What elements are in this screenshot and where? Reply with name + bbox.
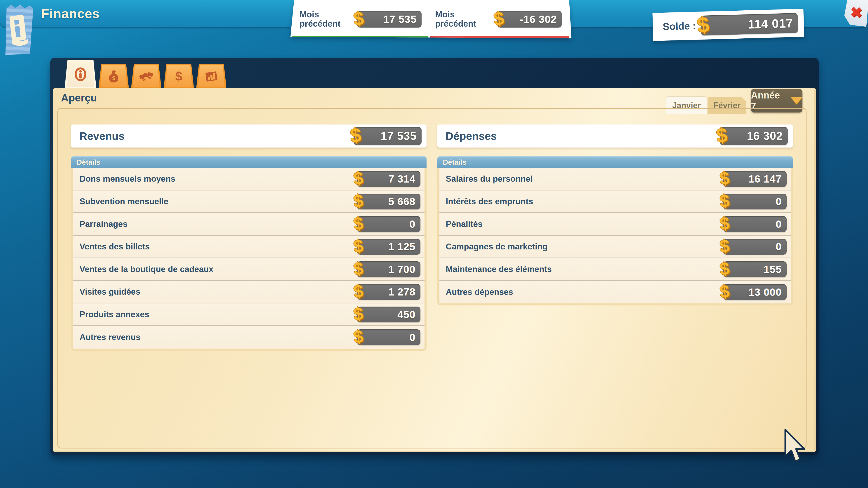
tab-overview[interactable] (65, 60, 96, 88)
summary-divider (429, 8, 429, 33)
row-value-pill: $5 668 (357, 194, 421, 209)
previous-month-income-label: Mois précédent (300, 10, 356, 29)
dollar-icon: $ (172, 69, 186, 83)
table-row: Subvention mensuelle $5 668 (73, 191, 425, 213)
previous-month-summary: Mois précédent $ 17 535 Mois précédent $… (290, 0, 571, 41)
dollar-icon: $ (352, 326, 364, 348)
row-value-pill: $13 000 (723, 284, 786, 300)
dollar-icon: $ (695, 12, 711, 38)
expenses-details-header: Détails (437, 156, 793, 168)
row-value-pill: $1 700 (357, 261, 421, 277)
table-row: Produits annexes $450 (73, 303, 425, 326)
panel-title: Aperçu (61, 92, 97, 104)
dollar-icon: $ (719, 167, 731, 189)
dollar-icon: $ (719, 235, 731, 257)
dollar-icon: $ (715, 123, 728, 148)
table-row: Salaires du personnel $16 147 (439, 168, 791, 191)
income-column: Revenus $ 17 535 Détails Dons mensuels m… (71, 125, 427, 351)
table-row: Visites guidées $1 278 (73, 281, 425, 303)
svg-text:$: $ (112, 75, 115, 81)
table-row: Pénalités $0 (439, 213, 791, 236)
row-value-pill: $0 (357, 216, 421, 232)
table-row: Campagnes de marketing $0 (439, 236, 791, 258)
dollar-icon: $ (352, 303, 364, 324)
balance-value: 114 017 (748, 16, 798, 31)
handshake-icon (139, 69, 154, 84)
row-value-pill: $0 (723, 194, 786, 209)
row-value-pill: $0 (723, 216, 786, 232)
balance-panel: Solde : $ 114 017 (652, 9, 804, 41)
row-value-pill: $16 147 (723, 171, 786, 187)
previous-month-expense-label: Mois précédent (435, 10, 492, 29)
dollar-icon: $ (719, 258, 731, 279)
dollar-icon: $ (719, 281, 731, 302)
finances-ledger-icon (4, 3, 33, 57)
svg-text:$: $ (175, 69, 182, 83)
bar-chart-icon (204, 69, 219, 84)
previous-month-income-value: 17 535 (383, 13, 422, 25)
expenses-total-value: 16 302 (747, 129, 788, 142)
dollar-icon: $ (493, 7, 505, 30)
income-indicator-bar (292, 36, 428, 40)
chevron-down-icon (791, 97, 802, 104)
dollar-icon: $ (352, 235, 364, 257)
table-row: Maintenance des éléments $155 (439, 258, 791, 281)
expenses-column: Dépenses $ 16 302 Détails Salaires du pe… (437, 125, 793, 305)
income-details-table: Détails Dons mensuels moyens $7 314 Subv… (71, 156, 427, 351)
table-row: Intérêts des emprunts $0 (439, 191, 791, 213)
row-value-pill: $155 (723, 261, 786, 277)
tab-deals[interactable] (131, 64, 161, 88)
dollar-icon: $ (352, 7, 365, 30)
window-tab-row: $ (65, 58, 226, 88)
income-total-card: Revenus $ 17 535 (71, 125, 427, 148)
row-value-pill: $1 278 (357, 284, 421, 300)
dollar-icon: $ (352, 190, 364, 212)
money-bag-icon: $ (107, 69, 121, 83)
income-total-pill: $ 17 535 (354, 127, 422, 145)
income-details-header: Détails (71, 156, 427, 168)
expense-indicator-bar (430, 36, 569, 40)
overview-content-box: Revenus $ 17 535 Détails Dons mensuels m… (57, 108, 807, 449)
previous-month-expense-value: -16 302 (520, 13, 562, 25)
close-icon: ✖ (850, 4, 863, 21)
balance-pill: $ 114 017 (701, 13, 798, 35)
table-row: Autres dépenses $13 000 (439, 281, 791, 303)
dollar-icon: $ (352, 167, 364, 189)
row-value-pill: $0 (357, 329, 421, 345)
income-total-value: 17 535 (381, 129, 422, 142)
overview-panel: Aperçu Janvier Février Année 7 Revenus $… (53, 88, 816, 452)
dollar-icon: $ (352, 258, 364, 279)
table-row: Parrainages $0 (73, 213, 425, 236)
page-title: Finances (41, 6, 100, 21)
row-value-pill: $1 125 (357, 239, 421, 255)
info-icon (73, 67, 88, 82)
dollar-icon: $ (719, 190, 731, 212)
table-row: Ventes des billets $1 125 (73, 236, 425, 258)
table-row: Ventes de la boutique de cadeaux $1 700 (73, 258, 425, 281)
tab-loans[interactable]: $ (164, 64, 194, 88)
previous-month-income: Mois précédent $ 17 535 (300, 7, 422, 32)
row-value-pill: $450 (357, 306, 421, 322)
tab-charts[interactable] (196, 64, 226, 88)
previous-month-income-pill: $ 17 535 (357, 11, 422, 28)
expenses-total-card: Dépenses $ 16 302 (437, 125, 793, 148)
dollar-icon: $ (352, 213, 364, 234)
expenses-details-table: Détails Salaires du personnel $16 147 In… (437, 156, 793, 305)
summary-paper: Mois précédent $ 17 535 Mois précédent $… (290, 0, 571, 41)
dollar-icon: $ (719, 213, 731, 234)
row-value-pill: $0 (723, 239, 786, 255)
finances-window: $ (50, 58, 819, 455)
expenses-title: Dépenses (445, 130, 497, 142)
row-value-pill: $7 314 (357, 171, 421, 187)
income-title: Revenus (79, 130, 125, 142)
expenses-total-pill: $ 16 302 (720, 127, 788, 145)
table-row: Autres revenus $0 (73, 326, 425, 349)
previous-month-expense: Mois précédent $ -16 302 (435, 7, 562, 32)
dollar-icon: $ (349, 123, 362, 148)
dollar-icon: $ (352, 281, 364, 302)
balance-label: Solde : (662, 20, 696, 32)
finances-screen: { "icons": { "dollar": "$", "close": "✖"… (0, 0, 868, 488)
table-row: Dons mensuels moyens $7 314 (73, 168, 425, 191)
tab-donations[interactable]: $ (98, 64, 129, 88)
previous-month-expense-pill: $ -16 302 (497, 11, 562, 28)
